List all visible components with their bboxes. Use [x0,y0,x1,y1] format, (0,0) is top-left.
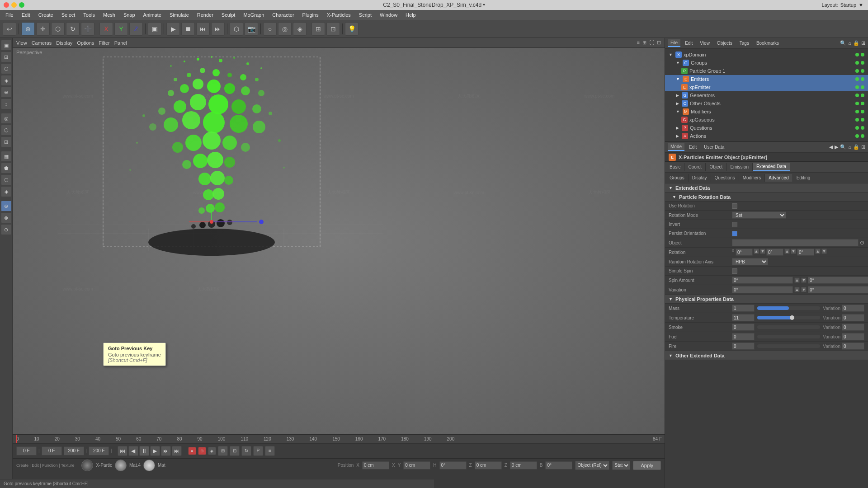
rot-b-input[interactable] [545,461,572,469]
coord-mode-select[interactable]: Object (Rel) [575,461,609,470]
props-tab-userdata[interactable]: User Data [701,144,727,150]
pos-x-input[interactable] [362,461,389,469]
rot-x-spinup[interactable]: ▲ [754,249,759,254]
toolbar-render-all[interactable]: ◈ [293,22,307,36]
fire-input[interactable] [732,343,755,350]
menu-animate[interactable]: Animate [140,11,165,19]
size-z-input[interactable] [510,461,537,469]
rotation-mode-select[interactable]: Set [732,211,786,219]
goto-start-btn[interactable]: ⏮ [118,446,127,456]
rotation-y-input[interactable] [766,249,783,256]
section-particle-rotation[interactable]: ▼ Particle Rotation Data [665,192,868,202]
menu-help[interactable]: Help [402,11,420,19]
tree-item-xpgaseous[interactable]: G xpGaseous [665,116,868,124]
menu-plugins[interactable]: Plugins [299,11,322,19]
props-prev-icon[interactable]: ◀ [829,144,833,150]
tree-item-emitters[interactable]: ▼ E Emitters [665,75,868,83]
rot-z-spindown[interactable]: ▼ [821,249,827,254]
sidebar-btn-7[interactable]: ◎ [1,113,12,124]
use-rotation-checkbox[interactable] [732,203,737,209]
extra-btn-1[interactable]: ⊞ [218,446,228,456]
sidebar-btn-10[interactable]: ▦ [1,151,12,162]
toolbar-render-view[interactable]: ◎ [278,22,292,36]
tree-item-groups[interactable]: ▼ G Groups [665,59,868,67]
auto-key-btn[interactable]: ⊙ [198,447,206,455]
vp-menu-filter[interactable]: Filter [99,40,109,46]
pause-btn[interactable]: ⏸ [139,446,149,456]
sidebar-btn-3[interactable]: ⬡ [1,63,12,74]
tree-item-otherobjects[interactable]: ▶ O Other Objects [665,99,868,108]
scene-tab-edit[interactable]: Edit [682,40,695,47]
goto-prev-key-btn[interactable]: ◀ [128,446,138,456]
temp-slider-thumb[interactable] [790,315,794,320]
goto-next-key-btn[interactable]: ▶ [150,446,160,456]
menu-script[interactable]: Script [355,11,375,19]
output-end-frame[interactable] [89,446,109,455]
spin-amt-up[interactable]: ▲ [794,277,800,283]
menu-edit[interactable]: Edit [18,11,34,19]
toolbar-add[interactable]: ➕ [81,22,94,36]
scene-expand-icon[interactable]: ⊞ [861,40,865,46]
start-frame-input[interactable] [42,446,62,455]
sidebar-btn-6[interactable]: ↕ [1,99,12,109]
layout-selector[interactable]: Layout: Startup ▼ [822,2,863,8]
toolbar-grid[interactable]: ⊞ [311,22,325,36]
world-mode-select[interactable]: Stat [612,461,630,470]
section-extended-data[interactable]: ▼ Extended Data [665,183,868,192]
menu-character[interactable]: Character [269,11,297,19]
vp-menu-cameras[interactable]: Cameras [32,40,52,46]
fuel-input[interactable] [732,333,755,340]
props-expand-icon[interactable]: ⊞ [861,144,865,150]
toolbar-stereo[interactable]: ⊡ [326,22,340,36]
menu-create[interactable]: Create [35,11,57,19]
props-tab-mode[interactable]: Mode [668,143,684,151]
sidebar-btn-8[interactable]: ⬡ [1,125,12,136]
spin-amount-input2[interactable] [808,277,868,284]
sidebar-btn-1[interactable]: ▣ [1,40,12,51]
fuel-slider[interactable] [757,335,820,338]
toolbar-stop[interactable]: ⏹ [181,22,195,36]
toolbar-object-mode[interactable]: ▣ [148,22,161,36]
menu-file[interactable]: File [2,11,17,19]
menu-snap[interactable]: Snap [120,11,139,19]
sidebar-btn-15[interactable]: ⊗ [1,212,12,223]
smoke-slider[interactable] [757,325,820,329]
smoke-variation-input[interactable] [842,324,864,331]
menu-sculpt[interactable]: Sculpt [218,11,239,19]
vp-menu-options[interactable]: Options [77,40,94,46]
key-all-btn[interactable]: ◈ [208,447,216,455]
close-button[interactable] [4,2,9,8]
ptab-emission[interactable]: Emission [726,163,753,171]
menu-tools[interactable]: Tools [80,11,99,19]
toolbar-light[interactable]: 💡 [345,22,359,36]
toolbar-x-axis[interactable]: X [99,22,113,36]
vp-menu-display[interactable]: Display [56,40,72,46]
ptab2-questions[interactable]: Questions [711,174,739,182]
tree-item-actions[interactable]: ▶ A Actions [665,132,868,140]
rotation-x-input[interactable] [736,249,753,256]
ptab-object[interactable]: Object [706,163,726,171]
toolbar-undo[interactable]: ↩ [3,22,16,36]
scene-tab-bookmarks[interactable]: Bookmarks [754,40,782,47]
toolbar-camera[interactable]: 📷 [245,22,258,36]
record-btn[interactable]: ● [188,447,196,455]
fuel-variation-input[interactable] [842,333,864,340]
scene-tab-tags[interactable]: Tags [737,40,752,47]
mass-input[interactable] [732,305,755,312]
goto-end2-btn[interactable]: ⏭ [172,446,182,456]
pos-z-input[interactable] [475,461,502,469]
pos-y-input[interactable] [403,461,430,469]
rra-select[interactable]: HPB [732,258,768,265]
ptab2-editing[interactable]: Editing [793,174,815,182]
vp-menu-panel[interactable]: Panel [114,40,127,46]
toolbar-z-axis[interactable]: Z [129,22,143,36]
tree-item-particlegroup1[interactable]: P Particle Group 1 [665,67,868,75]
smoke-input[interactable] [732,324,755,331]
temp-slider[interactable] [757,316,820,319]
ptab2-modifiers[interactable]: Modifiers [739,174,765,182]
toolbar-render[interactable]: ○ [263,22,277,36]
menu-render[interactable]: Render [193,11,217,19]
sidebar-btn-11[interactable]: ⬟ [1,163,12,174]
vp-icon-4[interactable]: ⊡ [657,40,661,46]
menu-mesh[interactable]: Mesh [99,11,119,19]
